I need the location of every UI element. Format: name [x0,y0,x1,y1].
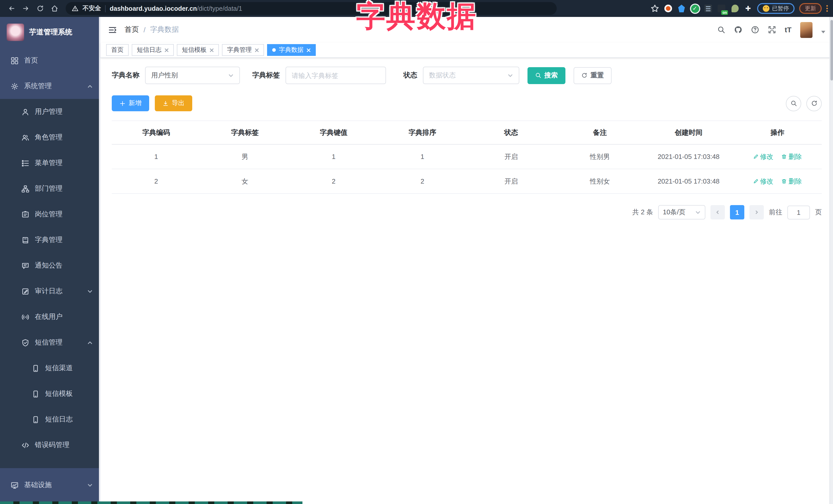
add-button-label: 新增 [129,99,142,108]
tab-label: 短信模板 [182,46,207,54]
bookmark-star-icon[interactable] [650,4,659,13]
breadcrumb-home[interactable]: 首页 [124,25,139,34]
caret-down-icon[interactable] [821,30,825,33]
tab-dict-data[interactable]: 字典数据 [267,44,316,56]
cell-remark: 性别男 [555,144,644,169]
extension-blue-drop-icon[interactable] [677,4,686,13]
fontsize-icon[interactable]: tT [785,26,791,34]
github-icon[interactable] [734,26,742,34]
status-select[interactable]: 数据状态 [423,67,519,84]
delete-label: 删除 [789,152,802,161]
col-actions: 操作 [733,121,822,144]
dict-tag-input[interactable] [286,67,386,84]
url-divider [105,5,105,12]
export-button[interactable]: 导出 [155,95,192,111]
cell-value: 1 [289,144,378,169]
sidebar-item-label: 用户管理 [35,107,63,116]
goto-page-input[interactable] [787,205,810,219]
add-button[interactable]: 新增 [112,95,149,111]
sidebar-item-posts[interactable]: 岗位管理 [0,201,100,227]
table-row[interactable]: 1 男 1 1 开启 性别男 2021-01-05 17:03:48 修改 删除 [112,144,822,169]
page-1-button[interactable]: 1 [730,205,744,219]
tab-home[interactable]: 首页 [106,44,129,56]
close-icon[interactable] [210,48,214,52]
close-icon[interactable] [165,48,169,52]
delete-label: 删除 [789,177,802,186]
help-icon[interactable] [751,26,759,34]
forward-icon[interactable] [20,2,32,15]
reset-button[interactable]: 重置 [574,67,612,84]
back-icon[interactable] [5,2,18,15]
breadcrumb-current: 字典数据 [150,25,179,34]
tab-dict-manage[interactable]: 字典管理 [222,44,264,56]
edit-link[interactable]: 修改 [753,152,773,161]
delete-link[interactable]: 删除 [782,177,802,186]
sidebar-item-sms-template[interactable]: 短信模板 [0,381,100,407]
edit-pencil-icon [753,178,758,184]
filter-form: 字典名称 用户性别 字典标签 状态 数据状态 [112,67,822,84]
scrollbar-thumb[interactable] [830,20,833,80]
toggle-search-button[interactable] [786,96,801,111]
browser-menu-kebab-icon[interactable] [826,5,828,12]
sidebar-item-menus[interactable]: 菜单管理 [0,150,100,176]
extension-green-check-icon[interactable]: ✓ [690,4,699,13]
extension-list-icon[interactable] [704,4,713,13]
refresh-button[interactable] [806,96,822,111]
url-text[interactable]: dashboard.yudao.iocoder.cn/dict/type/dat… [110,5,242,12]
page-size-select[interactable]: 10条/页 [658,205,705,219]
paused-badge[interactable]: 已暂停 [757,3,794,14]
sidebar-item-notice[interactable]: 通知公告 [0,253,100,279]
sidebar-item-label: 短信管理 [35,338,63,347]
url-bar[interactable]: 不安全 dashboard.yudao.iocoder.cn/dict/type… [66,2,557,15]
sidebar-item-users[interactable]: 用户管理 [0,99,100,125]
logo[interactable]: 芋道管理系统 [0,17,100,48]
fullscreen-icon[interactable] [768,26,776,34]
extensions-puzzle-icon[interactable]: ✚ [744,4,753,13]
delete-link[interactable]: 删除 [782,152,802,161]
sidebar-item-system[interactable]: 系统管理 [0,73,100,99]
tab-sms-log[interactable]: 短信日志 [132,44,174,56]
logo-avatar [7,24,24,41]
prev-page-button[interactable] [711,205,725,219]
hamburger-icon[interactable] [108,25,117,34]
sidebar-item-sms-channel[interactable]: 短信渠道 [0,355,100,381]
search-icon[interactable] [717,26,725,34]
update-button[interactable]: 更新 [799,3,822,14]
post-badge-icon [22,211,29,218]
user-avatar[interactable] [800,22,812,38]
home-icon[interactable] [48,2,61,15]
sidebar-item-error-codes[interactable]: 错误码管理 [0,432,100,458]
sidebar-item-online-users[interactable]: 在线用户 [0,304,100,330]
status-label: 状态 [403,71,417,80]
sidebar-item-label: 字典管理 [35,235,63,245]
sidebar-item-dict[interactable]: 字典管理 [0,227,100,253]
sidebar-item-sms[interactable]: 短信管理 [0,330,100,355]
right-toolbar [786,96,822,111]
sidebar-item-infra[interactable]: 基础设施 [0,472,100,498]
window-scrollbar[interactable] [829,17,833,504]
close-icon[interactable] [307,48,311,52]
next-page-button[interactable] [749,205,764,219]
table-row[interactable]: 2 女 2 2 开启 性别女 2021-01-05 17:03:48 修改 删除 [112,169,822,194]
refresh-icon [811,100,817,106]
top-navbar: 首页 / 字典数据 tT [100,17,833,43]
extension-on-badge-icon[interactable]: on [717,4,726,13]
extension-orange-icon[interactable] [664,4,672,13]
sidebar-item-label: 角色管理 [35,133,63,142]
edit-link[interactable]: 修改 [753,177,773,186]
extensions-row: ✓ on ✚ 已暂停 更新 [650,3,828,14]
sidebar-item-audit-log[interactable]: 审计日志 [0,279,100,304]
plus-icon [119,100,125,106]
sidebar-item-sms-log[interactable]: 短信日志 [0,407,100,432]
search-button[interactable]: 搜索 [527,67,565,84]
close-icon[interactable] [255,48,259,52]
reload-icon[interactable] [34,2,46,15]
tab-sms-template[interactable]: 短信模板 [177,44,219,56]
dict-name-select[interactable]: 用户性别 [145,67,240,84]
sidebar-item-roles[interactable]: 角色管理 [0,125,100,150]
not-secure-warning-icon [72,5,78,12]
sidebar-item-departments[interactable]: 部门管理 [0,176,100,201]
goto-label: 前往 [769,208,782,217]
sidebar-item-home[interactable]: 首页 [0,48,100,73]
extension-leaf-icon[interactable] [731,4,739,13]
